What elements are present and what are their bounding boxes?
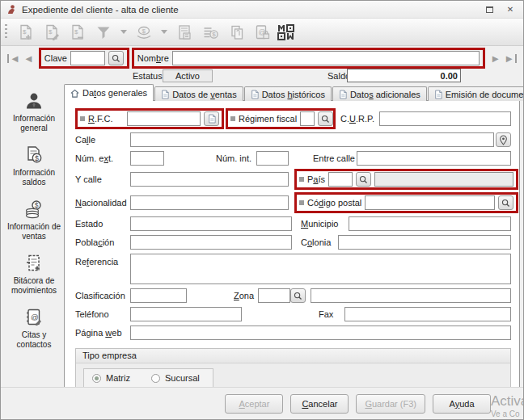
zona-code-input[interactable] bbox=[258, 288, 290, 303]
secure-contacts-icon[interactable]: @ bbox=[250, 21, 274, 44]
required-marker bbox=[80, 116, 85, 121]
pais-code-input[interactable] bbox=[328, 172, 353, 187]
colonia-input[interactable] bbox=[338, 235, 511, 250]
sidebar-item-informacion-saldos[interactable]: $ Información saldos bbox=[4, 145, 64, 187]
telefono-input[interactable] bbox=[130, 307, 242, 321]
municipio-label: Municipio bbox=[301, 219, 345, 229]
referencia-label: Referencia bbox=[75, 254, 130, 267]
num-int-input[interactable] bbox=[256, 151, 289, 166]
address-book-icon: @ bbox=[23, 307, 44, 328]
pagina-web-label: Página web bbox=[75, 328, 130, 338]
nombre-label: Nombre bbox=[137, 53, 169, 63]
codigo-postal-input[interactable] bbox=[365, 195, 495, 210]
delete-client-icon[interactable] bbox=[66, 21, 90, 44]
tipo-empresa-title: Tipo empresa bbox=[76, 349, 510, 363]
municipio-input[interactable] bbox=[349, 216, 511, 231]
person-icon bbox=[23, 90, 44, 111]
clave-input[interactable] bbox=[70, 51, 105, 65]
nacionalidad-input[interactable] bbox=[130, 195, 289, 210]
num-ext-input[interactable] bbox=[130, 151, 164, 166]
zona-search-button[interactable] bbox=[290, 288, 306, 303]
pagina-web-input[interactable] bbox=[130, 326, 511, 340]
clasificacion-input[interactable] bbox=[130, 288, 187, 303]
doc-icon bbox=[251, 90, 259, 99]
close-button[interactable]: ✕ bbox=[502, 3, 518, 16]
mcm-logo[interactable] bbox=[276, 21, 300, 44]
filter-menu-caret[interactable] bbox=[117, 21, 130, 44]
coins-icon: $ bbox=[23, 199, 44, 220]
radio-sucursal[interactable]: Sucursal bbox=[151, 373, 200, 383]
svg-text:$: $ bbox=[35, 201, 39, 209]
nav-next-button[interactable]: ► bbox=[488, 53, 502, 64]
invoice-icon[interactable] bbox=[172, 21, 196, 44]
tab-datos-adicionales[interactable]: Datos adicionales bbox=[332, 86, 427, 101]
doc-icon bbox=[434, 90, 442, 99]
tab-datos-de-ventas[interactable]: Datos de ventas bbox=[154, 86, 243, 101]
map-pin-button[interactable] bbox=[496, 132, 511, 147]
pais-highlight-box: País bbox=[294, 169, 518, 190]
svg-text:@: @ bbox=[31, 313, 39, 321]
toolbar-grip[interactable] bbox=[5, 24, 7, 40]
radio-dot bbox=[92, 374, 101, 383]
clave-label: Clave bbox=[44, 53, 67, 63]
sidebar-item-informacion-general[interactable]: Información general bbox=[4, 90, 64, 133]
payment-menu-caret[interactable] bbox=[158, 21, 171, 44]
colonia-label: Colonia bbox=[301, 237, 335, 247]
guardar-button[interactable]: Guardar (F3) bbox=[356, 394, 425, 414]
svg-text:$: $ bbox=[35, 154, 39, 162]
copy-icon[interactable] bbox=[224, 21, 248, 44]
payment-icon[interactable]: $ bbox=[132, 21, 156, 44]
estatus-value: Activo bbox=[163, 69, 213, 82]
maximize-button[interactable] bbox=[481, 3, 497, 16]
tab-datos-historicos[interactable]: Datos históricos bbox=[244, 86, 332, 101]
clave-search-button[interactable] bbox=[108, 51, 124, 65]
nav-first-button[interactable]: ◄ bbox=[6, 53, 22, 64]
pais-search-button[interactable] bbox=[356, 172, 371, 187]
doc-icon bbox=[339, 90, 347, 99]
referencia-input[interactable] bbox=[130, 254, 511, 284]
window-title: Expediente del cliente - alta de cliente bbox=[22, 5, 476, 15]
radio-matriz[interactable]: Matriz bbox=[92, 373, 130, 383]
poblacion-label: Población bbox=[75, 237, 130, 247]
poblacion-input[interactable] bbox=[130, 235, 292, 250]
calle-input[interactable] bbox=[130, 132, 494, 147]
app-icon bbox=[6, 4, 17, 15]
entre-calle-input[interactable] bbox=[357, 151, 511, 166]
regimen-fiscal-search-button[interactable] bbox=[318, 111, 333, 126]
curp-input[interactable] bbox=[379, 111, 511, 126]
calle-label: Calle bbox=[75, 135, 130, 145]
balances-icon[interactable]: $ bbox=[198, 21, 222, 44]
sidebar-item-informacion-ventas[interactable]: $ Información de ventas bbox=[4, 199, 64, 242]
codigo-postal-search-button[interactable] bbox=[498, 195, 513, 210]
ayuda-button[interactable]: Ayuda bbox=[433, 394, 491, 414]
edit-client-icon[interactable] bbox=[40, 21, 64, 44]
tab-emision-documentos[interactable]: Emisión de documentos bbox=[428, 86, 524, 101]
nacionalidad-label: Nacionalidad bbox=[75, 198, 130, 208]
tab-content-area: Datos generales Datos de ventas Datos hi… bbox=[64, 84, 520, 386]
rfc-input[interactable] bbox=[127, 111, 201, 126]
fax-input[interactable] bbox=[344, 307, 511, 321]
regimen-fiscal-input[interactable] bbox=[300, 111, 315, 126]
estado-input[interactable] bbox=[130, 216, 292, 231]
telefono-label: Teléfono bbox=[75, 309, 130, 319]
cancelar-button[interactable]: Cancelar bbox=[290, 394, 349, 414]
rfc-validate-button[interactable] bbox=[204, 111, 219, 126]
sidebar-item-bitacora-movimientos[interactable]: Bitácora de movimientos bbox=[4, 253, 64, 296]
log-icon bbox=[23, 253, 44, 274]
nombre-input[interactable] bbox=[172, 51, 480, 65]
tab-datos-generales[interactable]: Datos generales bbox=[64, 84, 154, 101]
balances-doc-icon: $ bbox=[23, 145, 44, 166]
y-calle-input[interactable] bbox=[130, 172, 289, 187]
client-file-window: Expediente del cliente - alta de cliente… bbox=[0, 0, 524, 420]
aceptar-button[interactable]: Aceptar bbox=[225, 394, 283, 414]
filter-icon[interactable] bbox=[91, 21, 116, 44]
zona-name-input[interactable] bbox=[311, 288, 511, 303]
doc-icon bbox=[161, 90, 169, 99]
tab-label: Datos históricos bbox=[262, 90, 325, 99]
nav-prev-button[interactable]: ◄ bbox=[22, 53, 36, 64]
tab-label: Datos generales bbox=[82, 88, 147, 98]
curp-label: C.U.R.P. bbox=[340, 114, 374, 124]
add-client-icon[interactable] bbox=[14, 21, 38, 44]
nav-last-button[interactable]: ► bbox=[502, 53, 518, 64]
sidebar-item-citas-contactos[interactable]: @ Citas y contactos bbox=[4, 307, 64, 350]
